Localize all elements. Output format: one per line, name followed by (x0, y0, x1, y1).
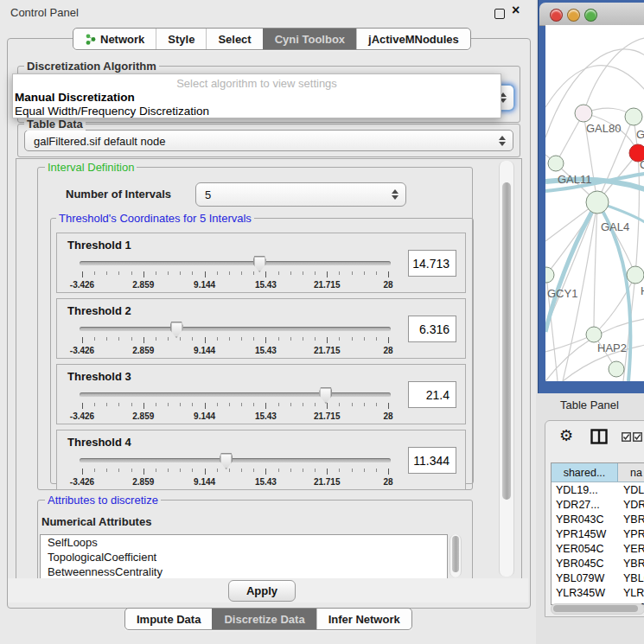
tab-network[interactable]: Network (73, 29, 156, 49)
table-data-combobox[interactable]: galFiltered.sif default node (24, 130, 513, 151)
threshold-slider-thumb[interactable] (170, 322, 183, 338)
network-edge[interactable] (583, 38, 644, 113)
table-row[interactable]: YDR27...YDR2 (552, 497, 644, 512)
threshold-slider-track[interactable] (80, 392, 391, 397)
table-horizontal-scrollbar[interactable] (551, 603, 644, 615)
table-row[interactable]: YBL079WYBL0 (552, 571, 644, 585)
tick-label: 28 (369, 346, 407, 355)
network-node[interactable] (545, 267, 554, 283)
network-node-label: H (641, 284, 644, 297)
cell-shared-name[interactable]: YBR043C (552, 513, 617, 526)
threshold-value-field[interactable]: 21.4 (408, 381, 456, 408)
threshold-slider-track[interactable] (80, 261, 391, 265)
network-edge[interactable] (635, 153, 639, 275)
network-node[interactable] (627, 266, 644, 284)
attribute-item-topologicalcoefficient[interactable]: TopologicalCoefficient (41, 550, 447, 564)
tab-select[interactable]: Select (206, 29, 262, 49)
tab-label: Cyni Toolbox (275, 33, 345, 46)
cell-shared-name[interactable]: YLR345W (552, 587, 617, 599)
network-node[interactable] (586, 191, 609, 214)
tab-jactivemnodules[interactable]: jActiveMNodules (356, 29, 470, 49)
cell-name[interactable]: YLR3 (617, 587, 644, 599)
gear-icon[interactable]: ⚙ (559, 428, 573, 443)
tick-label: 28 (369, 280, 407, 290)
split-columns-icon[interactable] (590, 429, 608, 447)
cell-name[interactable]: YBR0 (617, 558, 644, 570)
table-panel: ⚙ shared... na YDL19...YDL1YDR27...YDR2Y… (545, 420, 644, 617)
tab-label: Impute Data (137, 613, 201, 626)
network-icon (85, 34, 96, 45)
dropdown-option-manual-discretization[interactable]: Manual Discretization (15, 91, 135, 104)
close-traffic-light[interactable] (550, 9, 563, 22)
cell-shared-name[interactable]: YBR045C (552, 558, 617, 570)
attribute-item-betweennesscentrality[interactable]: BetweennessCentrality (41, 564, 447, 579)
dropdown-placeholder: Select algorithm to view settings (13, 77, 501, 90)
network-node[interactable] (625, 108, 642, 125)
cell-name[interactable]: YPR1 (617, 528, 644, 540)
cell-shared-name[interactable]: YPR145W (552, 528, 617, 540)
column-header-shared-name[interactable]: shared... (552, 463, 618, 481)
numerical-attributes-list[interactable]: SelfLoopsTopologicalCoefficientBetweenne… (40, 534, 448, 579)
attribute-item-selfloops[interactable]: SelfLoops (41, 535, 447, 550)
selection-mode-icons[interactable] (622, 432, 642, 442)
dropdown-option-equal-width-frequency-discretization[interactable]: Equal Width/Frequency Discretization (15, 105, 209, 118)
tab-impute-data[interactable]: Impute Data (125, 609, 212, 629)
tab-discretize-data[interactable]: Discretize Data (212, 609, 316, 629)
threshold-slider-thumb[interactable] (253, 256, 266, 272)
threshold-panel: Threshold 1 -3.4262.8599.14415.4321.7152… (56, 233, 466, 293)
tab-cyni-toolbox[interactable]: Cyni Toolbox (263, 29, 356, 49)
threshold-slider-track[interactable] (80, 458, 391, 462)
cell-name[interactable]: YBL0 (617, 572, 644, 584)
tick-label: 15.43 (246, 477, 284, 487)
tab-style[interactable]: Style (156, 29, 206, 49)
cell-shared-name[interactable]: YER054C (552, 543, 617, 555)
table-row[interactable]: YER054CYER0 (552, 541, 644, 556)
tick-label: 9.144 (186, 346, 224, 355)
tab-label: Style (168, 33, 194, 46)
table-row[interactable]: YBR043CYBR0 (552, 512, 644, 526)
network-canvas[interactable]: GAL80GCGAL11GAL4GCY1HHAP2 (545, 25, 644, 381)
column-header-name[interactable]: na (618, 463, 644, 481)
discretization-algorithm-title: Discretization Algorithm (24, 60, 159, 73)
table-row[interactable]: YBR045CYBR0 (552, 556, 644, 571)
cell-name[interactable]: YBR0 (617, 513, 644, 526)
table-row[interactable]: YLR345WYLR3 (552, 585, 644, 600)
cell-name[interactable]: YER0 (617, 543, 644, 555)
threshold-value-field[interactable]: 6.316 (408, 316, 456, 342)
threshold-label: Threshold 4 (67, 436, 131, 449)
cell-shared-name[interactable]: YDL19... (552, 484, 617, 496)
combo-arrows-icon[interactable] (499, 136, 506, 146)
network-node[interactable] (586, 327, 602, 342)
apply-button[interactable]: Apply (228, 580, 296, 602)
threshold-value-field[interactable]: 14.713 (408, 250, 456, 277)
network-node[interactable] (548, 156, 564, 171)
cell-name[interactable]: YDL1 (617, 484, 644, 496)
threshold-slider-track[interactable] (80, 327, 391, 331)
numerical-attributes-label: Numerical Attributes (41, 515, 151, 528)
cell-shared-name[interactable]: YBL079W (552, 572, 617, 584)
tick-label: 15.43 (246, 411, 284, 421)
table-row[interactable]: YPR145WYPR1 (552, 526, 644, 541)
threshold-value-field[interactable]: 11.344 (408, 447, 456, 474)
minimize-traffic-light[interactable] (567, 9, 580, 22)
table-row[interactable]: YDL19...YDL1 (552, 482, 644, 497)
cell-shared-name[interactable]: YDR27... (552, 499, 617, 511)
zoom-traffic-light[interactable] (584, 9, 597, 22)
tick-label: -3.426 (63, 346, 101, 355)
number-of-intervals-spinner[interactable]: 5 (195, 182, 406, 207)
network-node[interactable] (609, 361, 624, 377)
close-icon[interactable]: × (512, 3, 520, 18)
attributes-list-scrollbar[interactable] (450, 534, 462, 577)
threshold-slider-thumb[interactable] (220, 453, 233, 469)
threshold-slider-thumb[interactable] (319, 387, 332, 404)
settings-scrollbar[interactable] (499, 161, 514, 577)
network-node[interactable] (575, 105, 592, 122)
cell-name[interactable]: YDR2 (617, 499, 644, 511)
network-node-label: C (640, 158, 644, 171)
tick-label: 2.859 (124, 346, 163, 355)
float-window-icon[interactable] (494, 9, 505, 19)
spinner-arrows-icon[interactable] (392, 189, 399, 200)
network-window-titlebar[interactable] (539, 3, 644, 26)
tab-infer-network[interactable]: Infer Network (316, 609, 411, 629)
interval-definition-group: Interval Definition Number of Intervals … (37, 167, 473, 490)
